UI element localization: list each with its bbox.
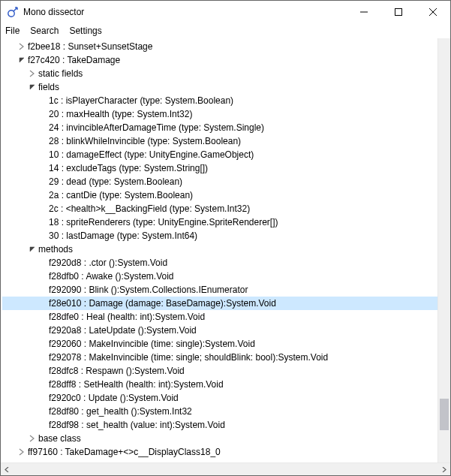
tree-row[interactable]: f292090 : Blink ():System.Collections.IE… bbox=[2, 283, 437, 297]
tree-row[interactable]: base class bbox=[2, 432, 437, 445]
menu-file[interactable]: File bbox=[5, 26, 20, 36]
tree-row[interactable]: f28dfb0 : Awake ():System.Void bbox=[2, 270, 437, 283]
tree-row[interactable]: 30 : lastDamage (type: System.Int64) bbox=[2, 229, 437, 243]
tree-row[interactable]: 2a : cantDie (type: System.Boolean) bbox=[2, 188, 437, 202]
tree-row[interactable]: 24 : invincibleAfterDamageTime (type: Sy… bbox=[2, 121, 437, 134]
svg-rect-5 bbox=[395, 9, 402, 16]
vertical-scrollbar[interactable] bbox=[437, 38, 450, 462]
menu-search[interactable]: Search bbox=[30, 26, 59, 36]
minimize-button[interactable] bbox=[347, 1, 381, 23]
tree-node-label: fields bbox=[38, 80, 59, 94]
svg-point-0 bbox=[8, 11, 14, 17]
tree-row[interactable]: 29 : dead (type: System.Boolean) bbox=[2, 175, 437, 188]
tree-node-label: f28df98 : set_health (value: int):System… bbox=[49, 418, 225, 432]
tree-row[interactable]: f28df80 : get_health ():System.Int32 bbox=[2, 405, 437, 418]
tree-row[interactable]: f28e010 : Damage (damage: BaseDamage):Sy… bbox=[2, 297, 437, 310]
tree-row[interactable]: 1c : isPlayerCharacter (type: System.Boo… bbox=[2, 94, 437, 107]
tree-row[interactable]: f28dfc8 : Respawn ():System.Void bbox=[2, 364, 437, 378]
titlebar: Mono dissector bbox=[1, 1, 450, 23]
tree-row[interactable]: methods bbox=[2, 243, 437, 256]
tree-node-label: 10 : damageEffect (type: UnityEngine.Gam… bbox=[49, 148, 254, 161]
expand-toggle[interactable] bbox=[28, 434, 37, 443]
window-title: Mono dissector bbox=[23, 7, 347, 17]
expand-toggle[interactable] bbox=[17, 447, 26, 456]
menu-settings[interactable]: Settings bbox=[69, 26, 101, 36]
scrollbar-thumb[interactable] bbox=[440, 399, 449, 430]
maximize-button[interactable] bbox=[381, 1, 416, 23]
tree-row[interactable]: f2920d8 : .ctor ():System.Void bbox=[2, 256, 437, 270]
tree-node-label: f28dfc8 : Respawn ():System.Void bbox=[49, 364, 185, 378]
chevron-right-icon bbox=[29, 70, 36, 77]
menubar: File Search Settings bbox=[1, 23, 450, 38]
chevron-down-icon bbox=[29, 83, 36, 91]
tree-node-label: f2920a8 : LateUpdate ():System.Void bbox=[49, 324, 197, 337]
tree-row[interactable]: 18 : spriteRenderers (type: UnityEngine.… bbox=[2, 215, 437, 229]
scroll-left-button[interactable] bbox=[1, 463, 14, 476]
scroll-right-button[interactable] bbox=[437, 463, 450, 476]
app-icon bbox=[7, 6, 19, 18]
tree-node-label: f2bee18 : Sunset+SunsetStage bbox=[28, 40, 152, 53]
tree-node-label: f28e010 : Damage (damage: BaseDamage):Sy… bbox=[49, 297, 276, 310]
tree-node-label: f28dfe0 : Heal (health: int):System.Void bbox=[49, 310, 205, 324]
expand-toggle[interactable] bbox=[28, 69, 37, 78]
chevron-down-icon bbox=[18, 56, 26, 64]
tree-node-label: 2a : cantDie (type: System.Boolean) bbox=[49, 188, 193, 202]
tree-node-label: 18 : spriteRenderers (type: UnityEngine.… bbox=[49, 215, 278, 229]
chevron-right-icon bbox=[29, 435, 36, 442]
tree-row[interactable]: 14 : excludeTags (type: System.String[]) bbox=[2, 161, 437, 175]
tree-row[interactable]: 10 : damageEffect (type: UnityEngine.Gam… bbox=[2, 148, 437, 161]
tree-node-label: 1c : isPlayerCharacter (type: System.Boo… bbox=[49, 94, 233, 107]
expand-toggle[interactable] bbox=[28, 83, 37, 92]
chevron-down-icon bbox=[29, 246, 36, 253]
tree-node-label: f292060 : MakeInvincible (time: single):… bbox=[49, 337, 255, 351]
tree-node-label: f2920d8 : .ctor ():System.Void bbox=[49, 256, 167, 270]
tree-row[interactable]: 20 : maxHealth (type: System.Int32) bbox=[2, 107, 437, 121]
tree-node-label: f292090 : Blink ():System.Collections.IE… bbox=[49, 283, 248, 297]
chevron-right-icon bbox=[18, 43, 26, 50]
expand-toggle[interactable] bbox=[17, 56, 26, 65]
tree-row[interactable]: fields bbox=[2, 80, 437, 94]
tree-row[interactable]: f28dfe0 : Heal (health: int):System.Void bbox=[2, 310, 437, 324]
tree-row[interactable]: f27c420 : TakeDamage bbox=[2, 53, 437, 67]
tree-node-label: 20 : maxHealth (type: System.Int32) bbox=[49, 107, 192, 121]
horizontal-scrollbar[interactable] bbox=[1, 462, 450, 475]
tree-node-label: f292078 : MakeInvincible (time: single; … bbox=[49, 351, 328, 364]
tree-row[interactable]: f28df98 : set_health (value: int):System… bbox=[2, 418, 437, 432]
close-button[interactable] bbox=[416, 1, 450, 23]
tree-node-label: f27c420 : TakeDamage bbox=[28, 53, 120, 67]
tree-row[interactable]: ff97160 : TakeDamage+<>c__DisplayClass18… bbox=[2, 445, 437, 459]
tree-row[interactable]: static fields bbox=[2, 67, 437, 80]
tree-node-label: ff97160 : TakeDamage+<>c__DisplayClass18… bbox=[28, 445, 221, 459]
tree-node-label: 29 : dead (type: System.Boolean) bbox=[49, 175, 182, 188]
tree-node-label: 28 : blinkWhileInvincible (type: System.… bbox=[49, 134, 241, 148]
tree-node-label: 2c : <health>k__BackingField (type: Syst… bbox=[49, 202, 250, 215]
tree-row[interactable]: 28 : blinkWhileInvincible (type: System.… bbox=[2, 134, 437, 148]
tree-node-label: f28df80 : get_health ():System.Int32 bbox=[49, 405, 192, 418]
tree-node-label: 14 : excludeTags (type: System.String[]) bbox=[49, 161, 208, 175]
tree-node-label: methods bbox=[38, 243, 73, 256]
tree-row[interactable]: f28dff8 : SetHealth (health: int):System… bbox=[2, 378, 437, 391]
tree-row[interactable]: f2920c0 : Update ():System.Void bbox=[2, 391, 437, 405]
tree-node-label: f28dfb0 : Awake ():System.Void bbox=[49, 270, 174, 283]
tree-row[interactable]: f2920a8 : LateUpdate ():System.Void bbox=[2, 324, 437, 337]
tree-row[interactable]: f292078 : MakeInvincible (time: single; … bbox=[2, 351, 437, 364]
tree-row[interactable]: 2c : <health>k__BackingField (type: Syst… bbox=[2, 202, 437, 215]
tree-view[interactable]: f2bee18 : Sunset+SunsetStagef27c420 : Ta… bbox=[1, 38, 437, 462]
tree-node-label: base class bbox=[38, 432, 81, 445]
chevron-right-icon bbox=[18, 448, 26, 456]
tree-row[interactable]: f2bee18 : Sunset+SunsetStage bbox=[2, 40, 437, 53]
tree-node-label: f2920c0 : Update ():System.Void bbox=[49, 391, 179, 405]
tree-node-label: f28dff8 : SetHealth (health: int):System… bbox=[49, 378, 224, 391]
expand-toggle[interactable] bbox=[17, 42, 26, 51]
tree-row[interactable]: f292060 : MakeInvincible (time: single):… bbox=[2, 337, 437, 351]
tree-node-label: 24 : invincibleAfterDamageTime (type: Sy… bbox=[49, 121, 264, 134]
tree-node-label: static fields bbox=[38, 67, 83, 80]
svg-line-1 bbox=[14, 8, 17, 11]
expand-toggle[interactable] bbox=[28, 245, 37, 254]
tree-node-label: 30 : lastDamage (type: System.Int64) bbox=[49, 229, 197, 243]
